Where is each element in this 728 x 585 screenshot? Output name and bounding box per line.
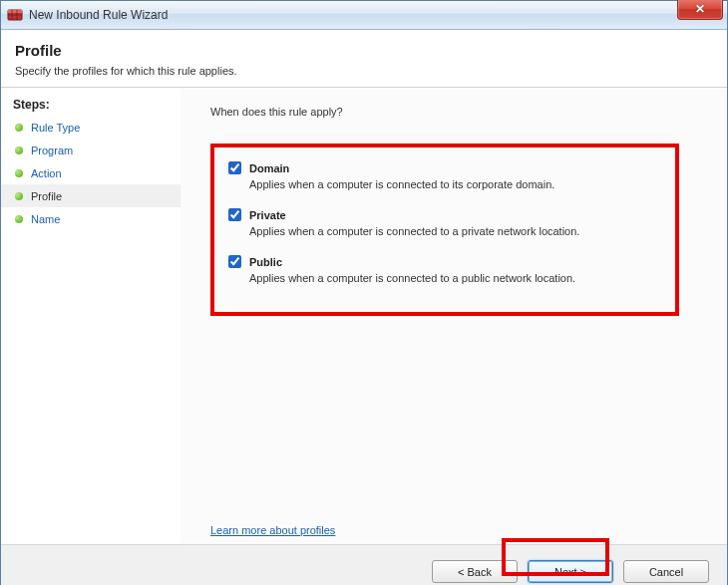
bullet-icon <box>15 124 23 132</box>
page-subtitle: Specify the profiles for which this rule… <box>15 65 713 77</box>
wizard-window: New Inbound Rule Wizard ✕ Profile Specif… <box>0 0 728 585</box>
step-name[interactable]: Name <box>1 207 181 230</box>
option-desc: Applies when a computer is connected to … <box>249 225 661 237</box>
bullet-icon <box>15 215 23 223</box>
option-private: Private Applies when a computer is conne… <box>228 208 661 237</box>
main-panel: When does this rule apply? Domain Applie… <box>181 88 727 544</box>
step-profile[interactable]: Profile <box>1 184 181 207</box>
checkbox-domain[interactable] <box>228 161 241 174</box>
option-desc: Applies when a computer is connected to … <box>249 272 661 284</box>
profile-question: When does this rule apply? <box>210 106 697 118</box>
bullet-icon <box>15 192 23 200</box>
back-button[interactable]: < Back <box>432 560 518 583</box>
step-label: Name <box>31 213 60 225</box>
wizard-footer: < Back Next > Cancel <box>1 544 727 585</box>
close-button[interactable]: ✕ <box>677 0 723 20</box>
profile-options-highlight: Domain Applies when a computer is connec… <box>210 144 679 316</box>
bullet-icon <box>15 146 23 154</box>
step-label: Action <box>31 167 62 179</box>
option-label: Public <box>249 256 282 268</box>
cancel-button[interactable]: Cancel <box>623 560 709 583</box>
option-desc: Applies when a computer is connected to … <box>249 178 661 190</box>
svg-rect-1 <box>8 10 22 13</box>
checkbox-private[interactable] <box>228 208 241 221</box>
step-rule-type[interactable]: Rule Type <box>1 116 181 139</box>
step-program[interactable]: Program <box>1 139 181 161</box>
next-button[interactable]: Next > <box>528 560 613 583</box>
learn-more-link[interactable]: Learn more about profiles <box>210 524 335 536</box>
close-icon: ✕ <box>695 2 705 16</box>
option-domain: Domain Applies when a computer is connec… <box>228 161 661 190</box>
step-label: Profile <box>31 190 62 202</box>
bullet-icon <box>15 169 23 177</box>
body: Steps: Rule Type Program Action Profile … <box>1 88 727 544</box>
titlebar: New Inbound Rule Wizard ✕ <box>1 1 727 30</box>
step-action[interactable]: Action <box>1 161 181 184</box>
page-header: Profile Specify the profiles for which t… <box>1 30 727 88</box>
checkbox-public[interactable] <box>228 255 241 268</box>
window-title: New Inbound Rule Wizard <box>29 8 168 22</box>
step-label: Program <box>31 145 73 156</box>
option-label: Private <box>249 209 286 221</box>
page-title: Profile <box>15 42 713 59</box>
steps-heading: Steps: <box>1 94 181 116</box>
option-label: Domain <box>249 162 289 174</box>
firewall-icon <box>7 7 23 23</box>
step-label: Rule Type <box>31 122 80 134</box>
steps-sidebar: Steps: Rule Type Program Action Profile … <box>1 88 181 544</box>
option-public: Public Applies when a computer is connec… <box>228 255 661 284</box>
